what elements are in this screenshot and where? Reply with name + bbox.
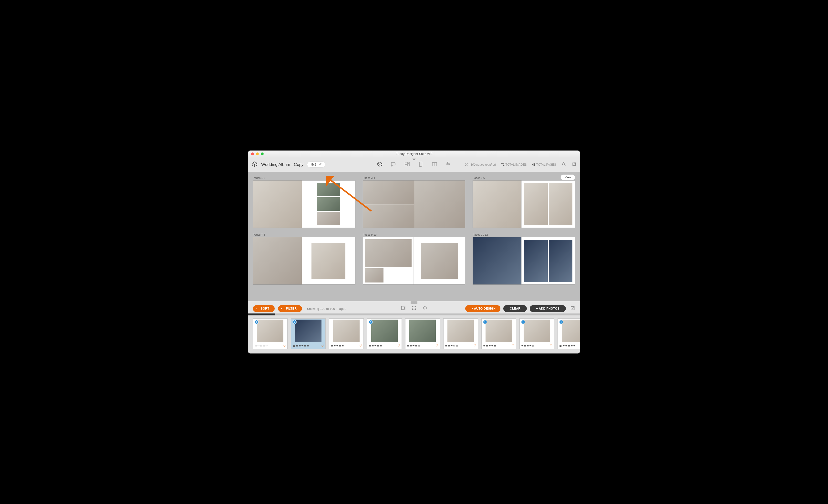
thumbnail-item[interactable]: 1☆☆☆☆☆♡ bbox=[253, 318, 288, 349]
window-title: Fundy Designer Suite v10 bbox=[248, 152, 580, 156]
spread-item[interactable]: Pages 11-12 bbox=[472, 233, 575, 285]
zoom-window[interactable] bbox=[261, 152, 264, 155]
favorite-icon[interactable]: ♡ bbox=[359, 344, 362, 348]
dot-grid-icon[interactable] bbox=[412, 306, 416, 312]
thumbnail-image bbox=[333, 320, 360, 342]
svg-point-13 bbox=[414, 308, 414, 308]
thumbnail-image bbox=[295, 320, 322, 342]
thumbnail-image bbox=[562, 320, 580, 342]
star-rating[interactable]: ☆☆☆☆☆ bbox=[255, 344, 268, 348]
chevron-left-icon: ‹ bbox=[281, 307, 282, 310]
svg-rect-0 bbox=[405, 162, 407, 164]
svg-point-11 bbox=[415, 307, 416, 307]
image-well-panel: ‹ SORT ‹ FILTER Showing 109 of 109 image… bbox=[248, 301, 580, 354]
gallery-icon[interactable] bbox=[431, 161, 438, 168]
svg-point-17 bbox=[415, 309, 416, 310]
chevron-left-icon: ‹ bbox=[472, 307, 473, 310]
spread-label: Pages 5-6 bbox=[472, 176, 575, 179]
layout-icon[interactable] bbox=[404, 161, 410, 168]
popout-icon[interactable] bbox=[570, 306, 575, 312]
sort-button[interactable]: ‹ SORT bbox=[253, 305, 275, 312]
window-controls bbox=[248, 152, 264, 155]
titlebar: Fundy Designer Suite v10 bbox=[248, 150, 580, 157]
panel-resize-handle[interactable] bbox=[248, 301, 580, 304]
add-photos-button[interactable]: + ADD PHOTOS bbox=[530, 305, 566, 312]
star-rating[interactable]: ★★★★☆ bbox=[407, 344, 420, 348]
designer-mode-icon[interactable] bbox=[377, 161, 383, 168]
spread-label: Pages 11-12 bbox=[472, 233, 575, 236]
star-rating[interactable]: ★★★★★ bbox=[369, 344, 382, 348]
spread-label: Pages 3-4 bbox=[363, 176, 465, 179]
thumbnail-item[interactable]: 1▣★★★★★♡ bbox=[557, 318, 580, 349]
search-icon[interactable] bbox=[562, 162, 566, 167]
minimize-window[interactable] bbox=[256, 152, 259, 155]
usage-badge: 1 bbox=[369, 320, 373, 324]
thumbnail-item[interactable]: 1★★★★☆♡ bbox=[520, 318, 554, 349]
well-tabstrip[interactable] bbox=[248, 314, 580, 315]
thumbnail-item[interactable]: 1★★★★★♡ bbox=[367, 318, 402, 349]
favorite-icon[interactable]: ♡ bbox=[512, 344, 514, 348]
spread-item[interactable]: Pages 1-2 bbox=[253, 176, 356, 228]
star-rating[interactable]: ★★★★★ bbox=[483, 344, 497, 348]
auto-design-button[interactable]: ‹ AUTO DESIGN bbox=[465, 305, 501, 312]
spread-item[interactable]: Pages 7-8 bbox=[253, 233, 356, 285]
spread-item[interactable]: Pages 3-4 bbox=[363, 176, 465, 228]
star-rating[interactable]: ★★★☆☆ bbox=[445, 344, 458, 348]
favorite-icon[interactable]: ♡ bbox=[550, 344, 552, 348]
favorite-icon[interactable]: ♡ bbox=[321, 344, 324, 348]
star-rating[interactable]: ★★★★★ bbox=[331, 344, 344, 348]
panel-actions: ‹ AUTO DESIGN CLEAR + ADD PHOTOS bbox=[465, 305, 575, 312]
svg-rect-8 bbox=[402, 307, 405, 309]
thumbnail-image bbox=[409, 320, 436, 342]
thumbnail-item[interactable]: ★★★☆☆♡ bbox=[443, 318, 478, 349]
usage-badge: 1 bbox=[559, 320, 563, 324]
mode-switcher bbox=[377, 161, 451, 168]
favorite-icon[interactable]: ♡ bbox=[398, 344, 400, 348]
spread-item[interactable]: Pages 9-10 bbox=[363, 233, 465, 285]
stamp-icon[interactable] bbox=[445, 161, 451, 168]
thumbnail-image bbox=[371, 320, 398, 342]
svg-point-10 bbox=[414, 307, 414, 307]
total-images: 72TOTAL IMAGES bbox=[501, 163, 527, 166]
app-window: Fundy Designer Suite v10 Wedding Album -… bbox=[248, 150, 580, 354]
view-button[interactable]: View bbox=[561, 174, 575, 180]
chevron-left-icon: ‹ bbox=[256, 307, 257, 310]
favorite-icon[interactable]: ♡ bbox=[283, 344, 286, 348]
workspace: View Pages 1-2 Pages 3-4 Pages bbox=[248, 172, 580, 301]
thumbnail-item[interactable]: ★★★★★♡ bbox=[329, 318, 364, 349]
pages-icon[interactable] bbox=[418, 161, 424, 168]
favorite-icon[interactable]: ♡ bbox=[473, 344, 476, 348]
main-toolbar: Wedding Album - Copy 5x5 bbox=[248, 157, 580, 172]
star-rating[interactable]: ▣★★★★★ bbox=[559, 344, 576, 348]
album-size-button[interactable]: 5x5 bbox=[307, 162, 325, 168]
app-icon bbox=[251, 161, 258, 168]
spread-label: Pages 9-10 bbox=[363, 233, 465, 236]
panel-toolbar: ‹ SORT ‹ FILTER Showing 109 of 109 image… bbox=[248, 304, 580, 314]
close-window[interactable] bbox=[251, 152, 254, 155]
toolbar-marker-icon bbox=[412, 157, 416, 162]
usage-badge: 1 bbox=[255, 320, 258, 324]
favorite-icon[interactable]: ♡ bbox=[436, 344, 438, 348]
thumbnail-image bbox=[486, 320, 512, 342]
svg-point-5 bbox=[562, 163, 565, 165]
svg-rect-4 bbox=[432, 163, 437, 166]
thumbnail-item[interactable]: 1★★★★★♡ bbox=[481, 318, 516, 349]
chat-icon[interactable] bbox=[390, 161, 397, 168]
svg-point-16 bbox=[414, 309, 414, 310]
star-rating[interactable]: ▣★★★★★ bbox=[293, 344, 309, 348]
pages-required: 20 - 100 pages required bbox=[465, 163, 496, 166]
thumbnail-item[interactable]: 2▣★★★★★♡ bbox=[291, 318, 326, 349]
external-icon[interactable] bbox=[572, 162, 577, 167]
layers-icon[interactable] bbox=[422, 306, 427, 312]
star-rating[interactable]: ★★★★☆ bbox=[521, 344, 535, 348]
thumbnail-item[interactable]: ★★★★☆♡ bbox=[405, 318, 440, 349]
svg-rect-1 bbox=[407, 162, 409, 164]
usage-badge: 1 bbox=[521, 320, 525, 324]
grid-view-icon[interactable] bbox=[401, 306, 406, 312]
filter-button[interactable]: ‹ FILTER bbox=[278, 305, 302, 312]
book-icon: ▣ bbox=[293, 344, 295, 347]
clear-button[interactable]: CLEAR bbox=[503, 305, 527, 312]
svg-point-12 bbox=[412, 308, 413, 308]
spread-label: Pages 7-8 bbox=[253, 233, 356, 236]
spread-item[interactable]: Pages 5-6 bbox=[472, 176, 575, 228]
